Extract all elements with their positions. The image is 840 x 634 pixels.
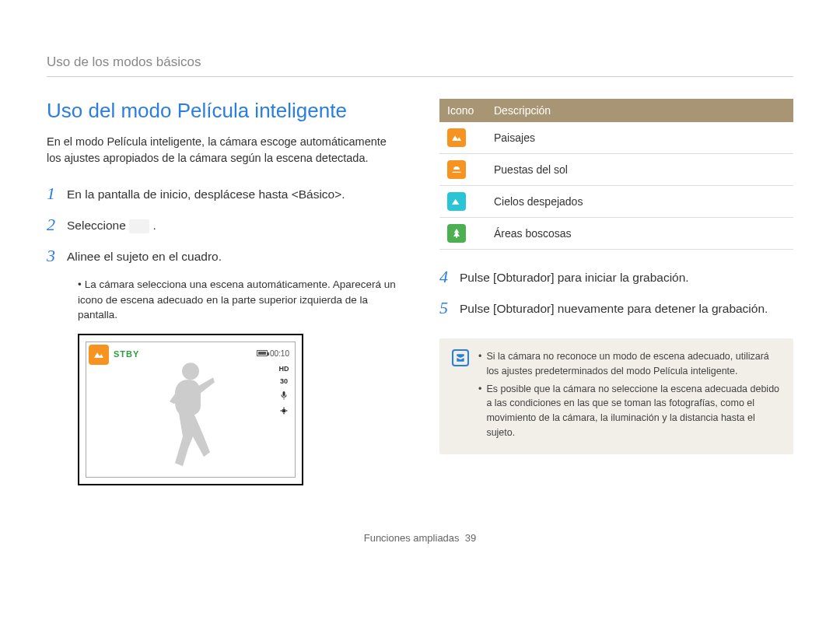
- subject-silhouette-icon: [156, 359, 226, 471]
- step-1: 1 En la pantalla de inicio, desplácese h…: [47, 184, 401, 204]
- note-box: •Si la cámara no reconoce un modo de esc…: [439, 338, 793, 454]
- step-text: Pulse [Obturador] para iniciar la grabac…: [460, 267, 689, 286]
- forest-icon: [447, 224, 466, 243]
- bullet-icon: •: [478, 382, 481, 440]
- footer-label: Funciones ampliadas: [364, 532, 460, 544]
- note-text: Es posible que la cámara no seleccione l…: [486, 382, 781, 440]
- note-info-icon: [452, 349, 469, 366]
- step-number: 1: [47, 184, 67, 204]
- step-text: Seleccione .: [67, 215, 156, 234]
- intro-text: En el modo Película inteligente, la cáma…: [47, 134, 401, 166]
- page-footer: Funciones ampliadas 39: [47, 532, 793, 544]
- stabilization-icon: [278, 405, 289, 416]
- bullet-icon: •: [478, 349, 481, 379]
- step-number: 5: [439, 298, 460, 318]
- table-row: Áreas boscosas: [439, 218, 793, 250]
- stby-label: STBY: [114, 349, 139, 359]
- table-row: Paisajes: [439, 122, 793, 154]
- table-header-icon: Icono: [439, 99, 486, 122]
- note-text: Si la cámara no reconoce un modo de esce…: [486, 349, 781, 379]
- table-cell-desc: Áreas boscosas: [486, 218, 793, 250]
- sunset-icon: [447, 160, 466, 179]
- fps-badge: 30: [280, 377, 288, 385]
- breadcrumb: Uso de los modos básicos: [47, 54, 793, 77]
- step-text-label: Seleccione: [67, 219, 129, 232]
- scene-landscape-icon: [89, 345, 109, 365]
- camera-preview: STBY 00:10 HD 30: [78, 334, 303, 485]
- clear-sky-icon: [447, 192, 466, 211]
- step-2: 2 Seleccione .: [47, 215, 401, 235]
- table-cell-desc: Puestas del sol: [486, 154, 793, 186]
- time-value: 00:10: [270, 349, 289, 358]
- svg-point-0: [182, 363, 199, 380]
- scene-icon-table: Icono Descripción Paisajes Puestas del s…: [439, 99, 793, 250]
- table-cell-desc: Paisajes: [486, 122, 793, 154]
- bullet-icon: •: [78, 278, 82, 290]
- step-number: 4: [439, 267, 460, 287]
- footer-page-number: 39: [465, 532, 476, 544]
- step-4: 4 Pulse [Obturador] para iniciar la grab…: [439, 267, 793, 287]
- landscape-icon: [447, 128, 466, 147]
- step-3-sublist: •La cámara selecciona una escena automát…: [78, 277, 401, 323]
- mode-select-icon: [129, 219, 149, 233]
- recording-time: 00:10: [257, 349, 289, 358]
- table-row: Cielos despejados: [439, 186, 793, 218]
- battery-icon: [257, 350, 268, 356]
- note-content: •Si la cámara no reconoce un modo de esc…: [478, 349, 781, 443]
- step-number: 3: [47, 246, 67, 266]
- sublist-text: La cámara selecciona una escena automáti…: [78, 278, 396, 321]
- table-cell-desc: Cielos despejados: [486, 186, 793, 218]
- step-text: En la pantalla de inicio, desplácese has…: [67, 184, 345, 203]
- step-text: Alinee el sujeto en el cuadro.: [67, 246, 222, 265]
- table-header-desc: Descripción: [486, 99, 793, 122]
- step-number: 2: [47, 215, 67, 235]
- mic-icon: [278, 390, 289, 401]
- preview-right-indicators: HD 30: [278, 365, 289, 416]
- step-text: Pulse [Obturador] nuevamente para detene…: [460, 298, 768, 317]
- page-title: Uso del modo Película inteligente: [47, 99, 401, 123]
- step-5: 5 Pulse [Obturador] nuevamente para dete…: [439, 298, 793, 318]
- step-3: 3 Alinee el sujeto en el cuadro.: [47, 246, 401, 266]
- table-row: Puestas del sol: [439, 154, 793, 186]
- hd-badge: HD: [279, 365, 289, 373]
